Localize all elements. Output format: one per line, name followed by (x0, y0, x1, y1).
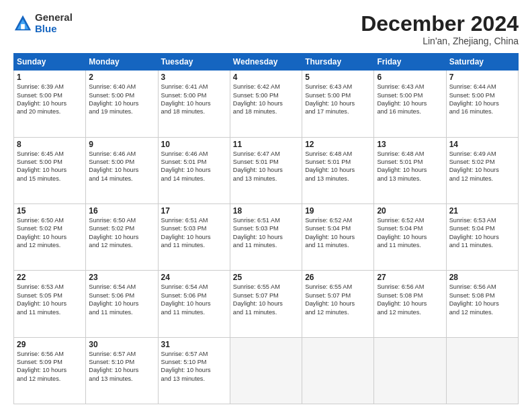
day-cell (374, 337, 446, 404)
header-sunday: Sunday (14, 54, 86, 71)
day-number: 30 (89, 340, 154, 349)
day-number: 26 (305, 273, 371, 282)
day-number: 24 (161, 273, 227, 282)
day-number: 31 (161, 340, 227, 349)
logo-general: General (35, 11, 73, 23)
day-cell: 22Sunrise: 6:53 AM Sunset: 5:05 PM Dayli… (14, 271, 86, 337)
day-number: 19 (305, 206, 371, 216)
header-friday: Friday (374, 54, 446, 71)
day-number: 7 (449, 73, 515, 82)
day-cell: 6Sunrise: 6:43 AM Sunset: 5:00 PM Daylig… (374, 71, 446, 137)
calendar-table: Sunday Monday Tuesday Wednesday Thursday… (13, 53, 519, 404)
day-info: Sunrise: 6:56 AM Sunset: 5:08 PM Dayligh… (377, 283, 443, 316)
day-cell: 5Sunrise: 6:43 AM Sunset: 5:00 PM Daylig… (302, 71, 374, 137)
day-info: Sunrise: 6:56 AM Sunset: 5:09 PM Dayligh… (17, 350, 83, 383)
header-wednesday: Wednesday (230, 54, 302, 71)
day-info: Sunrise: 6:55 AM Sunset: 5:07 PM Dayligh… (233, 283, 299, 316)
day-number: 16 (89, 206, 154, 216)
day-cell: 24Sunrise: 6:54 AM Sunset: 5:06 PM Dayli… (158, 271, 230, 337)
day-info: Sunrise: 6:44 AM Sunset: 5:00 PM Dayligh… (449, 83, 515, 116)
day-number: 10 (161, 140, 227, 149)
location: Lin'an, Zhejiang, China (361, 36, 519, 46)
day-info: Sunrise: 6:45 AM Sunset: 5:00 PM Dayligh… (17, 150, 83, 183)
day-cell (446, 337, 518, 404)
day-cell (230, 337, 302, 404)
page: General Blue December 2024 Lin'an, Zheji… (0, 0, 532, 411)
day-cell: 25Sunrise: 6:55 AM Sunset: 5:07 PM Dayli… (230, 271, 302, 337)
day-cell: 19Sunrise: 6:52 AM Sunset: 5:04 PM Dayli… (302, 203, 374, 270)
day-info: Sunrise: 6:53 AM Sunset: 5:05 PM Dayligh… (17, 283, 83, 316)
week-row-2: 8Sunrise: 6:45 AM Sunset: 5:00 PM Daylig… (14, 137, 519, 203)
day-number: 29 (17, 340, 83, 349)
day-cell: 9Sunrise: 6:46 AM Sunset: 5:00 PM Daylig… (86, 137, 158, 203)
day-cell: 31Sunrise: 6:57 AM Sunset: 5:10 PM Dayli… (158, 337, 230, 404)
day-cell: 23Sunrise: 6:54 AM Sunset: 5:06 PM Dayli… (86, 271, 158, 337)
day-info: Sunrise: 6:51 AM Sunset: 5:03 PM Dayligh… (233, 216, 299, 250)
day-info: Sunrise: 6:49 AM Sunset: 5:02 PM Dayligh… (449, 150, 515, 183)
day-cell: 13Sunrise: 6:48 AM Sunset: 5:01 PM Dayli… (374, 137, 446, 203)
day-number: 3 (161, 73, 227, 82)
calendar-header-row: Sunday Monday Tuesday Wednesday Thursday… (14, 54, 519, 71)
day-number: 5 (305, 73, 371, 82)
title-block: December 2024 Lin'an, Zhejiang, China (361, 12, 519, 46)
day-number: 1 (17, 73, 83, 82)
logo-text: General Blue (35, 12, 73, 34)
day-number: 23 (89, 273, 154, 282)
day-number: 4 (233, 73, 299, 82)
day-number: 14 (449, 140, 515, 149)
day-info: Sunrise: 6:51 AM Sunset: 5:03 PM Dayligh… (161, 216, 227, 250)
day-info: Sunrise: 6:47 AM Sunset: 5:01 PM Dayligh… (233, 150, 299, 183)
day-number: 8 (17, 140, 83, 149)
day-info: Sunrise: 6:43 AM Sunset: 5:00 PM Dayligh… (305, 83, 371, 116)
day-info: Sunrise: 6:57 AM Sunset: 5:10 PM Dayligh… (89, 350, 154, 383)
day-info: Sunrise: 6:48 AM Sunset: 5:01 PM Dayligh… (305, 150, 371, 183)
day-number: 28 (449, 273, 515, 282)
day-cell: 3Sunrise: 6:41 AM Sunset: 5:00 PM Daylig… (158, 71, 230, 137)
day-info: Sunrise: 6:54 AM Sunset: 5:06 PM Dayligh… (89, 283, 154, 316)
day-info: Sunrise: 6:42 AM Sunset: 5:00 PM Dayligh… (233, 83, 299, 116)
day-cell: 15Sunrise: 6:50 AM Sunset: 5:02 PM Dayli… (14, 203, 86, 270)
header-thursday: Thursday (302, 54, 374, 71)
day-number: 21 (449, 206, 515, 216)
day-cell (302, 337, 374, 404)
day-cell: 14Sunrise: 6:49 AM Sunset: 5:02 PM Dayli… (446, 137, 518, 203)
day-cell: 28Sunrise: 6:56 AM Sunset: 5:08 PM Dayli… (446, 271, 518, 337)
header-saturday: Saturday (446, 54, 518, 71)
day-number: 15 (17, 206, 83, 216)
week-row-3: 15Sunrise: 6:50 AM Sunset: 5:02 PM Dayli… (14, 203, 519, 270)
header-monday: Monday (86, 54, 158, 71)
day-number: 9 (89, 140, 154, 149)
day-cell: 21Sunrise: 6:53 AM Sunset: 5:04 PM Dayli… (446, 203, 518, 270)
week-row-4: 22Sunrise: 6:53 AM Sunset: 5:05 PM Dayli… (14, 271, 519, 337)
day-info: Sunrise: 6:40 AM Sunset: 5:00 PM Dayligh… (89, 83, 154, 116)
day-cell: 10Sunrise: 6:46 AM Sunset: 5:01 PM Dayli… (158, 137, 230, 203)
day-cell: 11Sunrise: 6:47 AM Sunset: 5:01 PM Dayli… (230, 137, 302, 203)
day-cell: 2Sunrise: 6:40 AM Sunset: 5:00 PM Daylig… (86, 71, 158, 137)
day-info: Sunrise: 6:50 AM Sunset: 5:02 PM Dayligh… (89, 216, 154, 250)
day-cell: 8Sunrise: 6:45 AM Sunset: 5:00 PM Daylig… (14, 137, 86, 203)
day-number: 13 (377, 140, 443, 149)
day-number: 17 (161, 206, 227, 216)
day-number: 18 (233, 206, 299, 216)
day-info: Sunrise: 6:46 AM Sunset: 5:00 PM Dayligh… (89, 150, 154, 183)
day-cell: 17Sunrise: 6:51 AM Sunset: 5:03 PM Dayli… (158, 203, 230, 270)
day-info: Sunrise: 6:57 AM Sunset: 5:10 PM Dayligh… (161, 350, 227, 383)
day-number: 27 (377, 273, 443, 282)
logo: General Blue (13, 12, 73, 34)
week-row-5: 29Sunrise: 6:56 AM Sunset: 5:09 PM Dayli… (14, 337, 519, 404)
day-info: Sunrise: 6:56 AM Sunset: 5:08 PM Dayligh… (449, 283, 515, 316)
day-cell: 16Sunrise: 6:50 AM Sunset: 5:02 PM Dayli… (86, 203, 158, 270)
logo-icon (13, 14, 32, 33)
day-info: Sunrise: 6:50 AM Sunset: 5:02 PM Dayligh… (17, 216, 83, 250)
day-cell: 29Sunrise: 6:56 AM Sunset: 5:09 PM Dayli… (14, 337, 86, 404)
day-cell: 20Sunrise: 6:52 AM Sunset: 5:04 PM Dayli… (374, 203, 446, 270)
day-info: Sunrise: 6:53 AM Sunset: 5:04 PM Dayligh… (449, 216, 515, 250)
day-cell: 1Sunrise: 6:39 AM Sunset: 5:00 PM Daylig… (14, 71, 86, 137)
day-info: Sunrise: 6:52 AM Sunset: 5:04 PM Dayligh… (377, 216, 443, 250)
day-cell: 18Sunrise: 6:51 AM Sunset: 5:03 PM Dayli… (230, 203, 302, 270)
day-number: 22 (17, 273, 83, 282)
day-cell: 26Sunrise: 6:55 AM Sunset: 5:07 PM Dayli… (302, 271, 374, 337)
day-number: 11 (233, 140, 299, 149)
week-row-1: 1Sunrise: 6:39 AM Sunset: 5:00 PM Daylig… (14, 71, 519, 137)
day-cell: 30Sunrise: 6:57 AM Sunset: 5:10 PM Dayli… (86, 337, 158, 404)
